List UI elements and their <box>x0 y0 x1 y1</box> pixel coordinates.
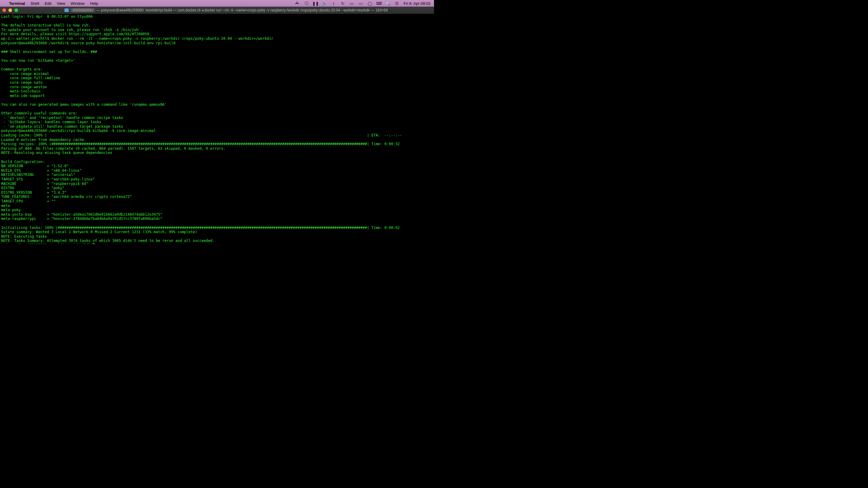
bluetooth-icon[interactable]: ᚼ <box>331 1 336 6</box>
spotlight-icon[interactable]: 🔍 <box>385 1 390 6</box>
svg-rect-0 <box>296 3 296 4</box>
displays-icon[interactable]: ▭ <box>358 1 363 6</box>
svg-rect-1 <box>297 3 298 4</box>
menubar-item-shell[interactable]: Shell <box>30 1 39 6</box>
keyboard-icon[interactable]: ⌨ <box>376 1 381 6</box>
traffic-lights <box>2 8 18 12</box>
macos-menubar: Terminal Shell Edit View Window Help ⓘ ❚… <box>0 0 434 7</box>
zoom-button[interactable] <box>14 8 18 12</box>
close-button[interactable] <box>2 8 6 12</box>
terminal-prompt: pokyuser@aea48b293660:/workdir/rpi-build… <box>1 243 93 244</box>
pause-icon[interactable]: ❚❚ <box>313 1 318 6</box>
window-titlebar: XXXXXXXX — pokyuser@aea48b293660: /workd… <box>0 7 434 14</box>
menubar-item-view[interactable]: View <box>57 1 65 6</box>
control-center-icon[interactable]: ☰ <box>395 1 399 6</box>
folder-icon <box>64 8 69 12</box>
svg-rect-3 <box>298 3 299 4</box>
calendar-icon[interactable]: ▭ <box>349 1 354 6</box>
menubar-item-window[interactable]: Window <box>71 1 85 6</box>
terminal-output[interactable]: Last login: Fri Apr 8 08:53:07 on ttys00… <box>0 14 434 244</box>
menubar-item-help[interactable]: Help <box>90 1 98 6</box>
minimize-button[interactable] <box>8 8 12 12</box>
menubar-app-name[interactable]: Terminal <box>9 1 25 6</box>
volume-icon[interactable]: 🔊 <box>322 1 327 6</box>
docker-icon[interactable] <box>295 1 300 6</box>
menubar-datetime[interactable]: Fri 8. Apr 09:03 <box>404 1 430 6</box>
user-icon[interactable]: ◯ <box>367 1 372 6</box>
svg-rect-2 <box>297 2 298 3</box>
blurred-username: XXXXXXXX <box>70 8 95 12</box>
title-path: — pokyuser@aea48b293660: /workdir/rpi-bu… <box>96 8 388 12</box>
timemachine-icon[interactable]: ↻ <box>340 1 345 6</box>
window-title: XXXXXXXX — pokyuser@aea48b293660: /workd… <box>21 8 432 12</box>
cursor <box>93 243 95 244</box>
menubar-item-edit[interactable]: Edit <box>44 1 51 6</box>
info-icon[interactable]: ⓘ <box>304 1 309 6</box>
